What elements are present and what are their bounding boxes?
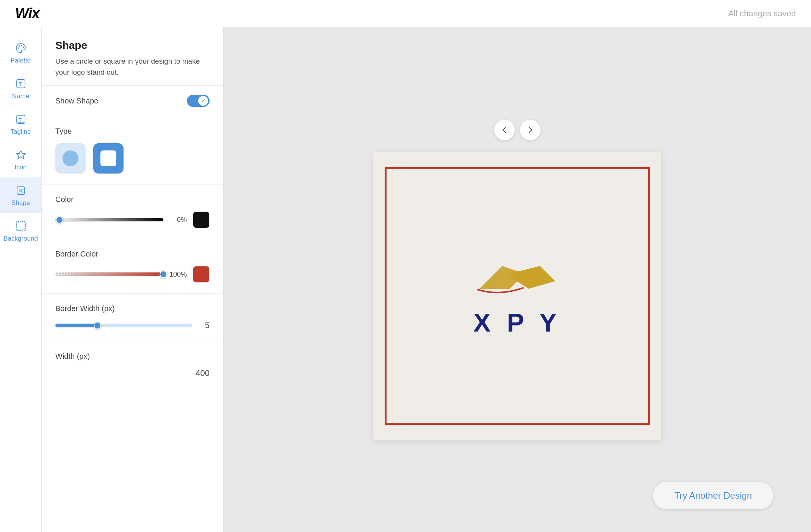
color-slider-thumb[interactable] bbox=[56, 216, 63, 224]
toggle-knob bbox=[198, 96, 208, 106]
panel-header: Shape Use a circle or square in your des… bbox=[42, 27, 223, 86]
border-color-label: Border Color bbox=[55, 250, 210, 258]
border-color-section: Border Color 100% bbox=[42, 239, 223, 294]
border-width-value: 5 bbox=[198, 321, 210, 330]
palette-icon bbox=[14, 42, 27, 55]
svg-marker-13 bbox=[510, 266, 555, 289]
logo-svg bbox=[464, 255, 570, 300]
topbar: Wix All changes saved bbox=[0, 0, 811, 27]
width-label: Width (px) bbox=[55, 352, 210, 361]
border-width-slider-thumb[interactable] bbox=[94, 322, 101, 329]
color-slider-track[interactable] bbox=[55, 218, 164, 222]
color-section: Color 0% bbox=[42, 185, 223, 239]
type-label: Type bbox=[55, 127, 210, 136]
color-value: 0% bbox=[170, 216, 187, 224]
border-color-swatch[interactable] bbox=[193, 266, 210, 283]
svg-text:T: T bbox=[19, 81, 22, 87]
color-label: Color bbox=[55, 195, 210, 204]
color-row: 0% bbox=[55, 211, 210, 228]
nav-arrows bbox=[494, 119, 541, 141]
main-layout: Palette T Name T Tagline bbox=[0, 27, 811, 532]
type-options bbox=[55, 143, 210, 174]
border-color-slider-thumb[interactable] bbox=[160, 271, 167, 278]
svg-text:T: T bbox=[19, 117, 22, 123]
icon-icon bbox=[14, 149, 27, 161]
panel-title: Shape bbox=[55, 39, 210, 52]
type-square-button[interactable] bbox=[93, 143, 124, 174]
panel: Shape Use a circle or square in your des… bbox=[42, 27, 224, 532]
wix-logo: Wix bbox=[15, 5, 39, 22]
nav-prev-button[interactable] bbox=[494, 119, 515, 141]
sidebar-item-name[interactable]: T Name bbox=[0, 70, 41, 106]
status-text: All changes saved bbox=[728, 9, 796, 19]
canvas-area: X P Y Try Another Design bbox=[224, 27, 811, 532]
svg-point-2 bbox=[21, 45, 22, 46]
border-color-value: 100% bbox=[169, 271, 187, 279]
type-section: Type bbox=[42, 116, 223, 185]
sidebar-item-palette[interactable]: Palette bbox=[0, 35, 41, 70]
try-another-button[interactable]: Try Another Design bbox=[653, 482, 773, 509]
logo-canvas: X P Y bbox=[373, 152, 661, 440]
border-width-label: Border Width (px) bbox=[55, 304, 210, 313]
width-section: Width (px) 400 bbox=[42, 341, 223, 389]
border-width-section: Border Width (px) 5 bbox=[42, 294, 223, 341]
nav-next-button[interactable] bbox=[520, 119, 541, 141]
tagline-icon: T bbox=[14, 113, 27, 126]
sidebar-item-icon[interactable]: Icon bbox=[0, 142, 41, 177]
brand-text: X P Y bbox=[473, 308, 561, 337]
border-color-slider-track[interactable] bbox=[55, 272, 163, 276]
color-swatch[interactable] bbox=[193, 211, 210, 228]
type-circle-button[interactable] bbox=[55, 143, 86, 174]
show-shape-section: Show Shape bbox=[42, 86, 223, 116]
shape-icon bbox=[14, 184, 27, 197]
logo-canvas-inner: X P Y bbox=[385, 167, 650, 425]
svg-point-3 bbox=[23, 47, 24, 48]
border-color-fill bbox=[55, 272, 163, 276]
border-color-row: 100% bbox=[55, 266, 210, 283]
show-shape-label: Show Shape bbox=[55, 97, 98, 105]
width-value-row: 400 bbox=[55, 368, 210, 378]
name-icon: T bbox=[14, 77, 27, 90]
background-icon bbox=[14, 220, 27, 233]
panel-description: Use a circle or square in your design to… bbox=[55, 56, 210, 78]
svg-point-0 bbox=[17, 47, 19, 49]
left-sidebar: Palette T Name T Tagline bbox=[0, 27, 42, 532]
logo-icon-area bbox=[464, 255, 570, 300]
sidebar-item-shape[interactable]: Shape bbox=[0, 177, 41, 213]
width-value: 400 bbox=[196, 368, 210, 378]
circle-shape bbox=[63, 150, 78, 166]
sidebar-item-background[interactable]: Background bbox=[0, 213, 41, 249]
border-width-row: 5 bbox=[55, 321, 210, 330]
show-shape-toggle[interactable] bbox=[187, 95, 210, 107]
svg-rect-11 bbox=[16, 222, 25, 231]
square-shape bbox=[100, 150, 116, 166]
border-width-slider-track[interactable] bbox=[55, 324, 192, 327]
svg-point-1 bbox=[19, 45, 20, 47]
svg-marker-9 bbox=[16, 151, 25, 159]
sidebar-item-tagline[interactable]: T Tagline bbox=[0, 106, 41, 142]
